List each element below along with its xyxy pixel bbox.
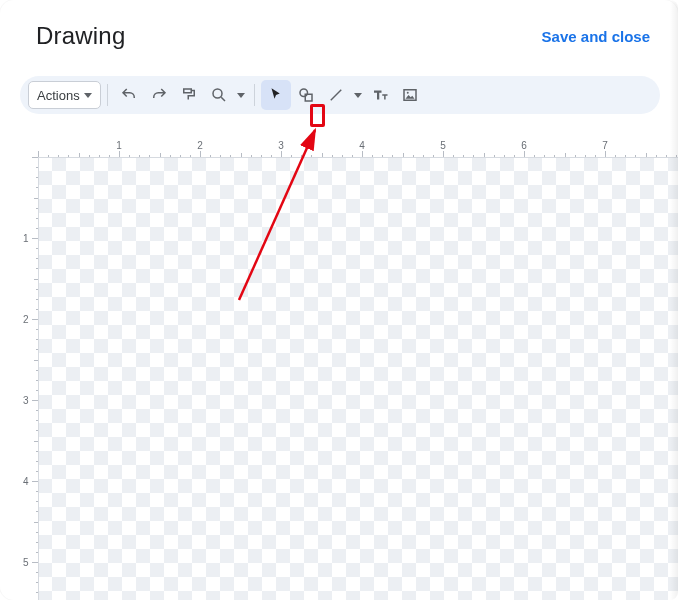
svg-point-4 bbox=[406, 92, 408, 94]
chevron-down-icon bbox=[354, 93, 362, 98]
canvas-area: 1234567 12345 bbox=[10, 140, 678, 600]
dialog-title: Drawing bbox=[36, 22, 125, 50]
actions-label: Actions bbox=[37, 88, 80, 103]
toolbar-separator bbox=[254, 84, 255, 106]
chevron-down-icon bbox=[84, 93, 92, 98]
redo-button[interactable] bbox=[144, 80, 174, 110]
line-combo bbox=[321, 80, 365, 110]
redo-icon bbox=[150, 86, 168, 104]
zoom-icon bbox=[210, 86, 228, 104]
select-tool-button[interactable] bbox=[261, 80, 291, 110]
annotation-highlight-box bbox=[310, 104, 325, 127]
chevron-down-icon bbox=[237, 93, 245, 98]
select-icon bbox=[267, 86, 285, 104]
zoom-combo bbox=[204, 80, 248, 110]
svg-point-1 bbox=[300, 89, 308, 97]
text-box-icon bbox=[370, 86, 390, 104]
scroll-shadow bbox=[670, 0, 678, 600]
image-icon bbox=[401, 86, 419, 104]
toolbar-separator bbox=[107, 84, 108, 106]
horizontal-ruler: 1234567 bbox=[38, 140, 678, 157]
save-and-close-button[interactable]: Save and close bbox=[542, 28, 650, 45]
line-tool-button[interactable] bbox=[321, 80, 351, 110]
vertical-ruler: 12345 bbox=[20, 157, 38, 600]
paint-format-icon bbox=[180, 86, 198, 104]
svg-point-0 bbox=[213, 89, 222, 98]
text-box-button[interactable] bbox=[365, 80, 395, 110]
actions-menu-button[interactable]: Actions bbox=[28, 81, 101, 109]
undo-button[interactable] bbox=[114, 80, 144, 110]
dialog-header: Drawing Save and close bbox=[0, 0, 678, 58]
insert-image-button[interactable] bbox=[395, 80, 425, 110]
zoom-button[interactable] bbox=[204, 80, 234, 110]
drawing-canvas[interactable] bbox=[38, 157, 678, 600]
shape-icon bbox=[297, 86, 315, 104]
drawing-toolbar: Actions bbox=[20, 76, 660, 114]
line-dropdown[interactable] bbox=[351, 80, 365, 110]
paint-format-button[interactable] bbox=[174, 80, 204, 110]
line-icon bbox=[327, 86, 345, 104]
zoom-dropdown[interactable] bbox=[234, 80, 248, 110]
drawing-dialog: Drawing Save and close Actions bbox=[0, 0, 678, 600]
undo-icon bbox=[120, 86, 138, 104]
